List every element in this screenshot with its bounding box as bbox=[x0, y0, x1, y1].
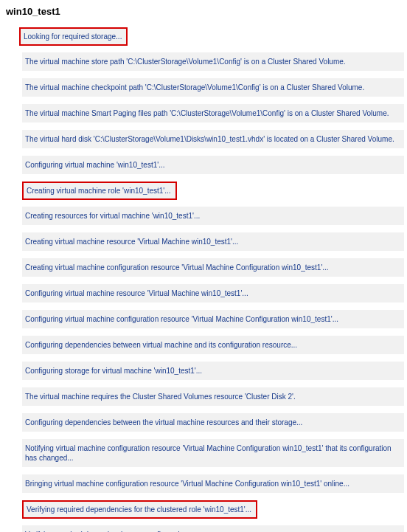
page-title: win10_test1 bbox=[3, 6, 404, 17]
log-row: The virtual machine requires the Cluster… bbox=[22, 387, 404, 406]
log-list: Looking for required storage...The virtu… bbox=[3, 27, 404, 532]
log-row: The virtual machine store path 'C:\Clust… bbox=[22, 52, 404, 71]
log-row: Configuring dependencies between virtual… bbox=[22, 336, 404, 354]
log-row: Creating virtual machine resource 'Virtu… bbox=[22, 232, 404, 251]
log-row: The virtual machine Smart Paging files p… bbox=[22, 104, 404, 122]
log-row: Configuring storage for virtual machine … bbox=[22, 362, 404, 380]
log-row: Creating virtual machine configuration r… bbox=[22, 258, 404, 277]
log-row: Verifying required dependencies for the … bbox=[22, 500, 257, 519]
log-row: Configuring virtual machine 'win10_test1… bbox=[22, 156, 404, 174]
log-row: Creating resources for virtual machine '… bbox=[22, 207, 404, 225]
log-row: Configuring virtual machine resource 'Vi… bbox=[22, 284, 404, 303]
log-row: The virtual machine checkpoint path 'C:\… bbox=[22, 78, 404, 97]
log-row: The virtual hard disk 'C:\ClusterStorage… bbox=[22, 130, 404, 148]
log-row: Notifying virtual machine configuration … bbox=[22, 439, 404, 467]
log-row: Configuring dependencies between the vir… bbox=[22, 413, 404, 432]
log-row: Configuring virtual machine configuratio… bbox=[22, 310, 404, 328]
log-row: Looking for required storage... bbox=[19, 27, 128, 46]
log-row: Bringing virtual machine configuration r… bbox=[22, 474, 404, 493]
log-row: Verifying required dependencies are conf… bbox=[22, 525, 404, 532]
log-row: Creating virtual machine role 'win10_tes… bbox=[22, 182, 177, 200]
